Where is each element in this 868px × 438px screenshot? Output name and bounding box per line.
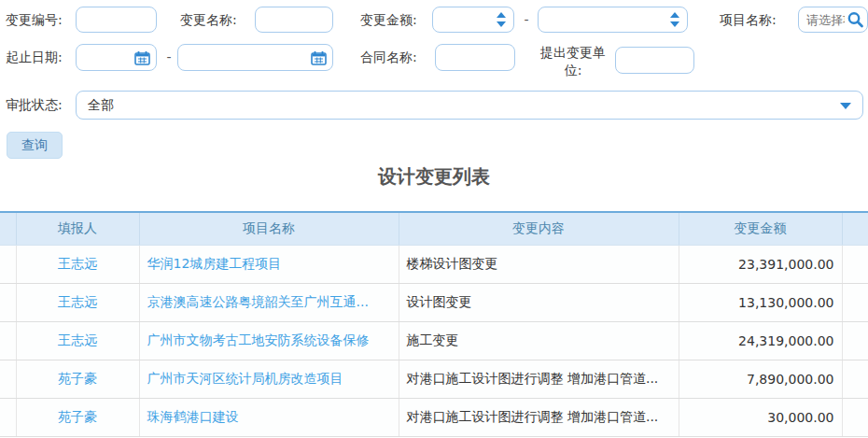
reporter-link[interactable]: 王志远 (58, 256, 97, 271)
row-left-pad (0, 321, 16, 360)
header-left-pad (0, 213, 16, 245)
contract-name-input[interactable] (436, 45, 514, 70)
project-field-box (798, 7, 868, 33)
project-link[interactable]: 广州市文物考古工地安防系统设备保修 (147, 332, 370, 347)
table-row[interactable]: 王志远 华润12城房建工程项目 楼梯设计图变更 23,391,000.00 (0, 245, 868, 283)
project-link[interactable]: 广州市天河区统计局机房改造项目 (147, 371, 343, 386)
row-left-pad (0, 245, 16, 283)
approval-status-value: 全部 (88, 92, 114, 119)
table-row[interactable]: 苑子豪 珠海鹤港口建设 对港口施工设计图进行调整 增加港口管道... 30,00… (0, 398, 868, 436)
proposing-unit-field-box (615, 47, 694, 74)
approval-status-label: 审批状态: (6, 91, 63, 120)
change-no-input[interactable] (77, 7, 156, 32)
change-content-cell: 楼梯设计图变更 (399, 245, 679, 283)
project-link[interactable]: 京港澳高速公路粤境韶关至广州互通... (147, 294, 369, 309)
column-header-project[interactable]: 项目名称 (139, 213, 399, 245)
table-body: 王志远 华润12城房建工程项目 楼梯设计图变更 23,391,000.00 王志… (0, 245, 868, 436)
project-name-label: 项目名称: (720, 7, 777, 33)
date-from-field-box (76, 44, 157, 71)
table-row[interactable]: 王志远 京港澳高速公路粤境韶关至广州互通... 设计图变更 13,130,000… (0, 283, 868, 321)
amount-range-separator: - (520, 7, 533, 33)
date-range-label: 起止日期: (6, 44, 63, 70)
project-link[interactable]: 珠海鹤港口建设 (147, 409, 239, 424)
page-title: 设计变更列表 (0, 164, 868, 190)
change-no-label: 变更编号: (6, 7, 63, 33)
row-right-pad (842, 283, 868, 321)
reporter-link[interactable]: 苑子豪 (58, 371, 97, 386)
table-row[interactable]: 苑子豪 广州市天河区统计局机房改造项目 对港口施工设计图进行调整 增加港口管道.… (0, 360, 868, 398)
change-amount-cell: 24,319,000.00 (679, 321, 842, 360)
row-right-pad (842, 321, 868, 360)
contract-name-label: 合同名称: (360, 44, 417, 70)
spinner-up-down-icon[interactable] (670, 12, 679, 27)
column-header-amount[interactable]: 变更金额 (679, 213, 842, 245)
amount-to-input[interactable] (539, 7, 687, 32)
amount-from-field-box (432, 7, 514, 33)
change-name-label: 变更名称: (180, 7, 237, 33)
calendar-icon[interactable] (134, 50, 150, 65)
change-content-cell: 对港口施工设计图进行调整 增加港口管道... (399, 398, 679, 436)
row-left-pad (0, 283, 16, 321)
table-header-row: 填报人 项目名称 变更内容 变更金额 (0, 213, 868, 245)
chevron-down-icon (840, 103, 851, 109)
date-range-separator: - (162, 44, 175, 71)
row-left-pad (0, 360, 16, 398)
change-name-input[interactable] (256, 7, 332, 32)
calendar-icon[interactable] (311, 50, 327, 65)
query-button[interactable]: 查询 (7, 132, 63, 159)
column-header-reporter[interactable]: 填报人 (16, 213, 139, 245)
amount-to-field-box (538, 7, 688, 33)
change-content-cell: 施工变更 (399, 321, 679, 360)
row-right-pad (842, 245, 868, 283)
row-right-pad (842, 398, 868, 436)
proposing-unit-input[interactable] (616, 48, 693, 73)
project-link[interactable]: 华润12城房建工程项目 (147, 256, 282, 271)
change-name-field-box (255, 7, 333, 33)
reporter-link[interactable]: 苑子豪 (58, 409, 97, 424)
reporter-link[interactable]: 王志远 (58, 294, 97, 309)
change-amount-cell: 23,391,000.00 (679, 245, 842, 283)
approval-status-select[interactable]: 全部 (76, 91, 863, 120)
change-no-field-box (76, 7, 157, 33)
date-to-field-box (177, 44, 333, 71)
search-icon[interactable] (847, 11, 864, 29)
header-right-pad (842, 213, 868, 245)
design-change-table: 填报人 项目名称 变更内容 变更金额 王志远 华润12城房建工程项目 楼梯设计图… (0, 211, 868, 437)
row-right-pad (842, 360, 868, 398)
change-amount-label: 变更金额: (360, 7, 417, 33)
table-row[interactable]: 王志远 广州市文物考古工地安防系统设备保修 施工变更 24,319,000.00 (0, 321, 868, 360)
change-content-cell: 对港口施工设计图进行调整 增加港口管道... (399, 360, 679, 398)
reporter-link[interactable]: 王志远 (58, 332, 97, 347)
row-left-pad (0, 398, 16, 436)
column-header-content[interactable]: 变更内容 (399, 213, 679, 245)
contract-field-box (435, 44, 515, 71)
proposing-unit-label: 提出变更单位: (539, 44, 607, 79)
change-amount-cell: 7,890,000.00 (679, 360, 842, 398)
spinner-up-down-icon[interactable] (497, 12, 506, 27)
change-content-cell: 设计图变更 (399, 283, 679, 321)
date-to-input[interactable] (178, 45, 332, 70)
change-amount-cell: 13,130,000.00 (679, 283, 842, 321)
change-amount-cell: 30,000.00 (679, 398, 842, 436)
